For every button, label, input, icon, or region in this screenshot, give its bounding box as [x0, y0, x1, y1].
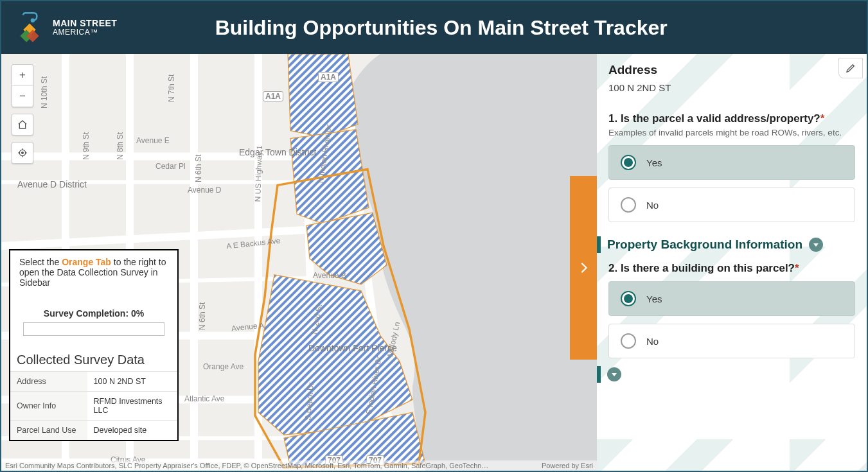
q1-label: 1. Is the parcel a valid address/propert… — [608, 112, 824, 125]
chevron-down-icon — [813, 241, 819, 248]
hint-prefix: Select the — [19, 257, 62, 267]
radio-icon — [621, 291, 636, 306]
logo-line2: AMERICA™ — [53, 28, 117, 37]
radio-icon — [621, 333, 636, 349]
logo: MAIN STREET AMERICA™ — [13, 11, 117, 44]
q1-no-label: No — [646, 200, 659, 211]
q2-option-no[interactable]: No — [608, 324, 855, 358]
map-attribution: Esri Community Maps Contributors, SLC Pr… — [1, 460, 597, 471]
radio-icon — [621, 197, 636, 213]
home-icon — [17, 119, 28, 130]
q2-label: 2. Is there a building on this parcel?* — [608, 262, 799, 274]
map-view[interactable]: Edgar Town District Avenue D District Do… — [1, 54, 597, 471]
survey-form: Address 100 N 2ND ST 1. Is the parcel a … — [597, 54, 867, 471]
svg-marker-7 — [612, 373, 617, 376]
cell-val: Developed site — [87, 421, 177, 441]
svg-marker-6 — [813, 243, 819, 247]
locate-control — [12, 142, 33, 164]
address-value: 100 N 2ND ST — [608, 82, 855, 93]
section-stripe — [597, 366, 601, 383]
section-stripe — [597, 236, 601, 253]
required-marker: * — [820, 112, 825, 125]
q1-text: 1. Is the parcel a valid address/propert… — [608, 112, 820, 125]
svg-point-5 — [22, 152, 24, 154]
cell-val: RFMD Investments LLC — [87, 392, 177, 421]
app-body: Edgar Town District Avenue D District Do… — [1, 54, 867, 471]
table-row: Address100 N 2ND ST — [10, 372, 177, 392]
locate-button[interactable] — [12, 143, 33, 163]
app-header: MAIN STREET AMERICA™ Building Opportunit… — [1, 1, 867, 54]
section-collapse-toggle[interactable] — [809, 238, 823, 252]
zoom-in-button[interactable]: + — [12, 65, 33, 85]
q2-option-yes[interactable]: Yes — [608, 281, 855, 316]
cell-key: Owner Info — [10, 392, 87, 421]
chevron-right-icon — [576, 261, 590, 275]
help-infobox: Select the Orange Tab to the right to op… — [9, 249, 179, 441]
q2-yes-label: Yes — [646, 293, 662, 304]
logo-line1: MAIN STREET — [53, 18, 117, 28]
chevron-down-icon — [611, 371, 617, 378]
home-control — [12, 114, 33, 135]
logo-text: MAIN STREET AMERICA™ — [53, 19, 117, 36]
page-title: Building Opportunities On Main Street Tr… — [143, 16, 740, 40]
cell-key: Parcel Land Use — [10, 421, 87, 441]
q1-option-yes[interactable]: Yes — [608, 145, 855, 180]
q2-no-label: No — [646, 336, 659, 347]
sidebar-toggle-tab[interactable] — [570, 176, 597, 360]
app-frame: MAIN STREET AMERICA™ Building Opportunit… — [0, 0, 868, 472]
q1-option-no[interactable]: No — [608, 188, 855, 222]
svg-point-0 — [31, 18, 35, 22]
attribution-right: Powered by Esri — [542, 462, 593, 469]
q2-text: 2. Is there a building on this parcel? — [608, 262, 795, 274]
collected-data-table: Address100 N 2ND ST Owner InfoRFMD Inves… — [10, 371, 177, 440]
hint-orange: Orange Tab — [62, 257, 111, 267]
attribution-left: Esri Community Maps Contributors, SLC Pr… — [5, 462, 488, 469]
collected-heading: Collected Survey Data — [17, 353, 171, 367]
table-row: Parcel Land UseDeveloped site — [10, 421, 177, 441]
table-row: Owner InfoRFMD Investments LLC — [10, 392, 177, 421]
survey-sidebar: Address 100 N 2ND ST 1. Is the parcel a … — [597, 54, 867, 471]
section-next[interactable] — [597, 366, 855, 383]
cell-key: Address — [10, 372, 87, 392]
home-button[interactable] — [12, 114, 33, 135]
progress-label: Survey Completion: 0% — [19, 308, 168, 319]
required-marker: * — [795, 262, 799, 274]
section-title: Property Background Information — [607, 238, 802, 252]
cell-val: 100 N 2ND ST — [87, 372, 177, 392]
map-controls: + − — [12, 64, 33, 164]
zoom-controls: + − — [12, 64, 33, 107]
section-property-background[interactable]: Property Background Information — [597, 236, 855, 253]
radio-icon — [621, 155, 636, 170]
zoom-out-button[interactable]: − — [12, 85, 33, 107]
progress-bar — [23, 322, 164, 336]
q1-yes-label: Yes — [646, 157, 662, 168]
logo-icon — [13, 11, 46, 44]
question-2: 2. Is there a building on this parcel?* … — [608, 262, 855, 358]
section-collapse-toggle[interactable] — [607, 367, 621, 381]
hint-text: Select the Orange Tab to the right to op… — [19, 257, 166, 288]
q1-help: Examples of invalid parcels might be roa… — [608, 128, 855, 137]
locate-icon — [17, 148, 28, 158]
address-label: Address — [608, 63, 855, 77]
question-1: 1. Is the parcel a valid address/propert… — [608, 112, 855, 222]
